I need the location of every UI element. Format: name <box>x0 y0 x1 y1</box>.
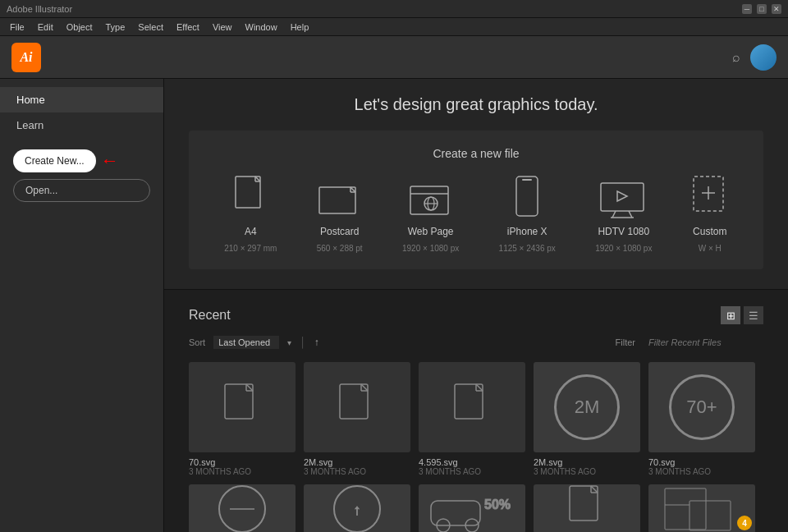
file-name-70plus-circle: 70.svg <box>648 457 755 467</box>
svg-rect-24 <box>340 384 368 419</box>
separator: │ <box>300 337 306 348</box>
file-card-partial-3[interactable]: 50% <box>419 484 525 532</box>
template-a4-name: A4 <box>245 226 257 237</box>
template-iphone[interactable]: iPhone X 1125 × 2436 px <box>499 175 556 253</box>
files-grid-row2: ↑ 50% <box>189 484 763 532</box>
file-thumb-partial-1 <box>189 484 296 532</box>
template-custom-size: W × H <box>699 244 722 253</box>
template-webpage[interactable]: Web Page 1920 × 1080 px <box>402 183 459 253</box>
file-thumb-4595svg <box>419 362 525 452</box>
svg-rect-21 <box>225 384 253 419</box>
filter-label: Filter <box>616 337 635 347</box>
templates-row: A4 210 × 297 mm Po <box>208 175 744 253</box>
window-title: Adobe Illustrator <box>7 4 72 14</box>
close-button[interactable]: ✕ <box>772 4 781 14</box>
file-card-4595svg[interactable]: 4.595.svg 3 MONTHS AGO <box>419 362 525 476</box>
file-thumb-2msvg-circle: 2M <box>534 362 640 452</box>
menu-effect[interactable]: Effect <box>170 18 206 35</box>
svg-line-14 <box>612 211 616 218</box>
template-hdtv-name: HDTV 1080 <box>598 226 649 237</box>
sort-row: Sort Last Opened Name Date Modified ▾ │ … <box>189 336 763 349</box>
file-date-2msvg: 3 MONTHS AGO <box>304 467 410 476</box>
svg-rect-11 <box>516 177 538 216</box>
file-card-70svg[interactable]: 70.svg 3 MONTHS AGO <box>189 362 296 476</box>
badge-4: 4 <box>737 516 752 530</box>
file-name-4595svg: 4.595.svg <box>419 457 525 467</box>
template-postcard-name: Postcard <box>320 226 359 237</box>
content-area: Let's design great graphics today. Creat… <box>164 79 788 532</box>
menu-file[interactable]: File <box>3 18 31 35</box>
template-iphone-icon <box>515 175 539 219</box>
search-icon[interactable]: ⌕ <box>732 50 740 65</box>
file-card-2msvg-circle[interactable]: 2M 2M.svg 3 MONTHS AGO <box>534 362 640 476</box>
template-custom-name: Custom <box>693 226 726 237</box>
list-view-button[interactable]: ☰ <box>744 306 763 324</box>
new-file-heading: Create a new file <box>208 147 744 160</box>
filter-input[interactable] <box>648 337 763 347</box>
create-new-button[interactable]: Create New... <box>13 149 96 172</box>
maximize-button[interactable]: □ <box>757 4 767 14</box>
thumb-circle-70plus: 70+ <box>669 374 735 440</box>
file-date-70plus-circle: 3 MONTHS AGO <box>648 467 755 476</box>
menu-edit[interactable]: Edit <box>31 18 60 35</box>
file-date-70svg: 3 MONTHS AGO <box>189 467 296 476</box>
sort-order-button[interactable]: ↑ <box>314 337 319 348</box>
menu-window[interactable]: Window <box>239 18 284 35</box>
file-card-2msvg[interactable]: 2M.svg 3 MONTHS AGO <box>304 362 410 476</box>
recent-header: Recent ⊞ ☰ <box>189 306 763 324</box>
avatar[interactable] <box>750 44 777 71</box>
recent-section: Recent ⊞ ☰ Sort Last Opened Name Date Mo… <box>164 290 788 532</box>
file-card-partial-2[interactable]: ↑ <box>304 484 410 532</box>
file-thumb-70plus-circle: 70+ <box>648 362 755 452</box>
menu-help[interactable]: Help <box>284 18 316 35</box>
file-card-70plus-circle[interactable]: 70+ 70.svg 3 MONTHS AGO <box>648 362 755 476</box>
sidebar-item-home[interactable]: Home <box>0 87 163 112</box>
svg-rect-38 <box>570 486 598 521</box>
svg-text:↑: ↑ <box>354 502 361 518</box>
file-thumb-partial-2: ↑ <box>304 484 410 532</box>
template-postcard[interactable]: Postcard 560 × 288 pt <box>317 183 363 253</box>
file-thumb-2msvg <box>304 362 410 452</box>
ai-logo: Ai <box>11 43 41 72</box>
template-webpage-icon <box>409 183 453 219</box>
minimize-button[interactable]: ─ <box>742 4 752 14</box>
menu-type[interactable]: Type <box>99 18 132 35</box>
file-thumb-partial-4 <box>534 484 640 532</box>
svg-line-15 <box>629 211 632 218</box>
file-card-partial-4[interactable] <box>534 484 640 532</box>
sidebar-buttons: Create New... ← Open... <box>0 138 163 213</box>
title-bar: Adobe Illustrator ─ □ ✕ <box>0 0 788 18</box>
template-hdtv[interactable]: HDTV 1080 1920 × 1080 px <box>595 180 652 253</box>
svg-rect-13 <box>601 183 644 211</box>
menu-select[interactable]: Select <box>131 18 170 35</box>
menu-view[interactable]: View <box>206 18 239 35</box>
template-a4-size: 210 × 297 mm <box>224 244 277 253</box>
hero-section: Let's design great graphics today. Creat… <box>164 79 788 290</box>
template-webpage-name: Web Page <box>408 226 454 237</box>
grid-view-button[interactable]: ⊞ <box>721 306 740 324</box>
file-name-2msvg-circle: 2M.svg <box>534 457 640 467</box>
template-postcard-size: 560 × 288 pt <box>317 244 363 253</box>
file-card-partial-5[interactable]: 4 <box>648 484 755 532</box>
hero-title: Let's design great graphics today. <box>189 95 763 114</box>
sort-select[interactable]: Last Opened Name Date Modified <box>213 336 279 349</box>
file-thumb-70svg <box>189 362 296 452</box>
template-iphone-name: iPhone X <box>507 226 547 237</box>
header-right: ⌕ <box>732 44 777 71</box>
sidebar: Home Learn Create New... ← Open... <box>0 79 164 532</box>
app-header: Ai ⌕ <box>0 36 788 79</box>
template-custom[interactable]: Custom W × H <box>692 175 728 253</box>
template-postcard-icon <box>318 183 362 219</box>
template-webpage-size: 1920 × 1080 px <box>402 244 459 253</box>
template-custom-icon <box>692 175 728 219</box>
template-iphone-size: 1125 × 2436 px <box>499 244 556 253</box>
template-a4[interactable]: A4 210 × 297 mm <box>224 175 277 253</box>
file-name-70svg: 70.svg <box>189 457 296 467</box>
open-button[interactable]: Open... <box>13 179 150 202</box>
sidebar-item-learn[interactable]: Learn <box>0 112 163 138</box>
new-file-panel: Create a new file A4 <box>189 131 763 269</box>
main-layout: Home Learn Create New... ← Open... Let's… <box>0 79 788 532</box>
menu-object[interactable]: Object <box>60 18 99 35</box>
file-card-partial-1[interactable] <box>189 484 296 532</box>
title-bar-controls[interactable]: ─ □ ✕ <box>742 4 781 14</box>
